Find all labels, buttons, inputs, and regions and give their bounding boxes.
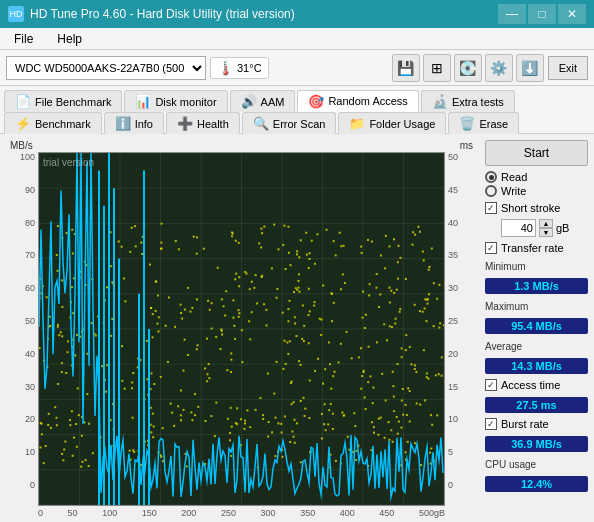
- write-radio[interactable]: Write: [485, 185, 588, 197]
- benchmark-icon: ⚡: [15, 116, 31, 131]
- exit-button[interactable]: Exit: [548, 56, 588, 80]
- extra-tests-icon: 🔬: [432, 94, 448, 109]
- average-value: 14.3 MB/s: [485, 358, 588, 374]
- maximize-button[interactable]: □: [528, 4, 556, 24]
- short-stroke-checkbox-row: ✓ Short stroke: [485, 202, 588, 214]
- access-time-checkbox-row: ✓ Access time: [485, 379, 588, 391]
- window-title: HD Tune Pro 4.60 - Hard Disk Utility (tr…: [30, 7, 295, 21]
- tab-bar: 📄 File Benchmark 📊 Disk monitor 🔊 AAM 🎯 …: [0, 86, 594, 134]
- folder-usage-icon: 📁: [349, 116, 365, 131]
- tab-folder-usage[interactable]: 📁 Folder Usage: [338, 112, 446, 134]
- temperature-display: 🌡️ 31°C: [210, 57, 269, 79]
- title-bar: HD HD Tune Pro 4.60 - Hard Disk Utility …: [0, 0, 594, 28]
- erase-icon: 🗑️: [459, 116, 475, 131]
- minimize-button[interactable]: —: [498, 4, 526, 24]
- x-axis: 0 50 100 150 200 250 300 350 400 450 500…: [8, 506, 475, 518]
- health-icon: ➕: [177, 116, 193, 131]
- chart-wrapper: 100 90 80 70 60 50 40 30 20 10 0 trial v…: [8, 152, 475, 506]
- maximum-label: Maximum: [485, 301, 588, 312]
- access-time-checkbox[interactable]: ✓: [485, 379, 497, 391]
- read-radio-circle: [485, 171, 497, 183]
- menu-bar: File Help: [0, 28, 594, 50]
- write-radio-circle: [485, 185, 497, 197]
- tab-benchmark[interactable]: ⚡ Benchmark: [4, 112, 102, 134]
- tab-disk-monitor[interactable]: 📊 Disk monitor: [124, 90, 227, 112]
- average-label: Average: [485, 341, 588, 352]
- cpu-usage-label: CPU usage: [485, 459, 588, 470]
- temperature-value: 31°C: [237, 62, 262, 74]
- short-stroke-down[interactable]: ▼: [539, 228, 553, 237]
- tab-error-scan-label: Error Scan: [273, 118, 326, 130]
- chart-area: MB/s ms 100 90 80 70 60 50 40 30 20 10 0…: [0, 134, 479, 522]
- close-button[interactable]: ✕: [558, 4, 586, 24]
- download-icon[interactable]: ⬇️: [516, 54, 544, 82]
- tab-extra-tests[interactable]: 🔬 Extra tests: [421, 90, 515, 112]
- settings-icon[interactable]: ⚙️: [485, 54, 513, 82]
- short-stroke-unit: gB: [556, 222, 569, 234]
- burst-rate-value: 36.9 MB/s: [485, 436, 588, 452]
- write-radio-label: Write: [501, 185, 526, 197]
- tab-health[interactable]: ➕ Health: [166, 112, 240, 134]
- save-icon[interactable]: 💾: [392, 54, 420, 82]
- grid-icon[interactable]: ⊞: [423, 54, 451, 82]
- window-controls: — □ ✕: [498, 4, 586, 24]
- tab-health-label: Health: [197, 118, 229, 130]
- tab-aam[interactable]: 🔊 AAM: [230, 90, 296, 112]
- tab-folder-usage-label: Folder Usage: [369, 118, 435, 130]
- thermometer-icon: 🌡️: [217, 60, 234, 76]
- burst-rate-checkbox[interactable]: ✓: [485, 418, 497, 430]
- tab-extra-tests-label: Extra tests: [452, 96, 504, 108]
- tab-error-scan[interactable]: 🔍 Error Scan: [242, 112, 337, 134]
- transfer-rate-label: Transfer rate: [501, 242, 564, 254]
- access-time-label: Access time: [501, 379, 560, 391]
- maximum-value: 95.4 MB/s: [485, 318, 588, 334]
- read-write-radio-group: Read Write: [485, 171, 588, 197]
- cpu-usage-value: 12.4%: [485, 476, 588, 492]
- minimum-label: Minimum: [485, 261, 588, 272]
- app-icon: HD: [8, 6, 24, 22]
- tab-file-benchmark[interactable]: 📄 File Benchmark: [4, 90, 122, 112]
- tab-erase[interactable]: 🗑️ Erase: [448, 112, 519, 134]
- short-stroke-input[interactable]: [501, 219, 536, 237]
- tab-info-label: Info: [135, 118, 153, 130]
- chart-labels-top: MB/s ms: [8, 140, 475, 152]
- main-content: MB/s ms 100 90 80 70 60 50 40 30 20 10 0…: [0, 134, 594, 522]
- menu-file[interactable]: File: [8, 30, 39, 48]
- right-axis-label: ms: [460, 140, 473, 151]
- short-stroke-up[interactable]: ▲: [539, 219, 553, 228]
- aam-icon: 🔊: [241, 94, 257, 109]
- tab-file-benchmark-label: File Benchmark: [35, 96, 111, 108]
- short-stroke-label: Short stroke: [501, 202, 560, 214]
- short-stroke-spinners: ▲ ▼: [539, 219, 553, 237]
- toolbar: WDC WD5000AAKS-22A7B0 (500 gB) 🌡️ 31°C 💾…: [0, 50, 594, 86]
- read-radio[interactable]: Read: [485, 171, 588, 183]
- transfer-rate-checkbox-row: ✓ Transfer rate: [485, 242, 588, 254]
- menu-help[interactable]: Help: [51, 30, 88, 48]
- short-stroke-spinner-row: ▲ ▼ gB: [501, 219, 588, 237]
- left-axis-label: MB/s: [10, 140, 33, 151]
- access-time-value: 27.5 ms: [485, 397, 588, 413]
- burst-rate-label: Burst rate: [501, 418, 549, 430]
- error-scan-icon: 🔍: [253, 116, 269, 131]
- info-icon: ℹ️: [115, 116, 131, 131]
- tab-info[interactable]: ℹ️ Info: [104, 112, 164, 134]
- short-stroke-checkbox[interactable]: ✓: [485, 202, 497, 214]
- tab-random-access[interactable]: 🎯 Random Access: [297, 90, 418, 112]
- y-axis-right: 50 45 40 35 30 25 20 15 10 5 0: [445, 152, 475, 506]
- chart-canvas-element: [39, 153, 444, 505]
- disk-monitor-icon: 📊: [135, 94, 151, 109]
- transfer-rate-checkbox[interactable]: ✓: [485, 242, 497, 254]
- chart-canvas: trial version: [38, 152, 445, 506]
- y-axis-left: 100 90 80 70 60 50 40 30 20 10 0: [8, 152, 38, 506]
- start-button[interactable]: Start: [485, 140, 588, 166]
- floppy-icon[interactable]: 💽: [454, 54, 482, 82]
- read-radio-label: Read: [501, 171, 527, 183]
- disk-selector[interactable]: WDC WD5000AAKS-22A7B0 (500 gB): [6, 56, 206, 80]
- toolbar-icons: 💾 ⊞ 💽 ⚙️ ⬇️: [392, 54, 544, 82]
- tab-disk-monitor-label: Disk monitor: [155, 96, 216, 108]
- minimum-value: 1.3 MB/s: [485, 278, 588, 294]
- right-panel: Start Read Write ✓ Short stroke ▲ ▼ gB: [479, 134, 594, 522]
- file-benchmark-icon: 📄: [15, 94, 31, 109]
- tab-aam-label: AAM: [261, 96, 285, 108]
- random-access-icon: 🎯: [308, 94, 324, 109]
